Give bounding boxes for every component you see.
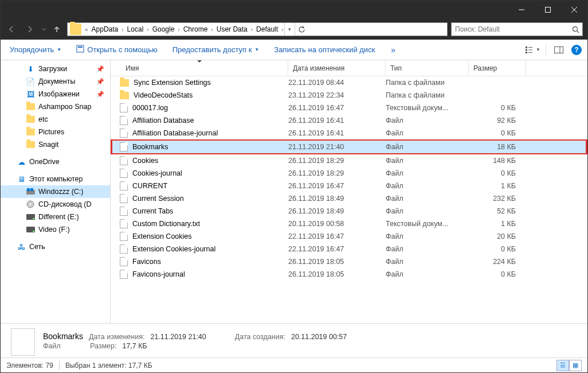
history-dropdown[interactable]: [40, 21, 49, 37]
sidebar-drive[interactable]: Different (E:): [1, 211, 110, 223]
thumbnails-view-button[interactable]: ▦: [569, 360, 582, 371]
sidebar-item[interactable]: ⬇Загрузки📌: [1, 63, 110, 75]
svg-rect-9: [526, 49, 527, 50]
status-selection: Выбран 1 элемент: 17,7 КБ: [65, 362, 152, 370]
sidebar-drive[interactable]: Video (F:): [1, 223, 110, 236]
open-with-button[interactable]: Открыть с помощью: [73, 42, 160, 57]
file-name: Favicons: [132, 258, 161, 266]
chevron-right-icon[interactable]: ›: [120, 26, 124, 33]
sidebar-item-label: Загрузки: [38, 65, 67, 73]
file-row[interactable]: Favicons26.11.2019 18:05Файл224 КБ: [111, 255, 587, 268]
share-access-menu[interactable]: Предоставить доступ к ▼: [169, 43, 263, 56]
documents-icon: 📄: [26, 77, 35, 86]
file-row[interactable]: Bookmarks21.11.2019 21:40Файл18 КБ: [111, 139, 587, 154]
navigation-pane[interactable]: ⬇Загрузки📌📄Документы📌🖼Изображени📌Ashampo…: [1, 60, 111, 323]
breadcrumb-segment[interactable]: Default: [254, 23, 280, 36]
file-row[interactable]: Current Tabs26.11.2019 18:49Файл52 КБ: [111, 205, 587, 217]
file-name: Favicons-journal: [132, 270, 185, 278]
minimize-button[interactable]: [508, 1, 535, 19]
status-item-count: Элементов: 79: [6, 362, 53, 370]
folder-icon: [26, 115, 35, 124]
file-row[interactable]: 000017.log26.11.2019 16:47Текстовый доку…: [111, 102, 587, 114]
pin-icon: 📌: [96, 65, 104, 73]
address-dropdown[interactable]: ▾: [284, 23, 295, 36]
file-row[interactable]: CURRENT26.11.2019 16:47Файл1 КБ: [111, 180, 587, 192]
file-name: Current Session: [132, 195, 184, 203]
file-row[interactable]: Affiliation Database-journal26.11.2019 1…: [111, 127, 587, 139]
up-button[interactable]: [50, 21, 64, 37]
file-icon: [120, 244, 128, 254]
file-name: CURRENT: [132, 182, 167, 190]
file-thumbnail: [11, 328, 35, 356]
chevron-right-icon[interactable]: ›: [280, 26, 284, 33]
sidebar-item[interactable]: etc: [1, 113, 110, 126]
chevron-right-icon[interactable]: ›: [250, 26, 254, 33]
chevron-right-icon[interactable]: ›: [210, 26, 214, 33]
file-name: Custom Dictionary.txt: [132, 220, 200, 228]
pin-icon: 📌: [96, 91, 104, 98]
chevron-right-icon[interactable]: ›: [177, 26, 181, 33]
file-name: VideoDecodeStats: [134, 91, 193, 99]
refresh-button[interactable]: [295, 23, 308, 36]
sidebar-item[interactable]: Pictures: [1, 126, 110, 138]
view-options-button[interactable]: ▼: [525, 43, 541, 57]
burn-disc-button[interactable]: Записать на оптический диск: [271, 43, 378, 56]
file-row[interactable]: Cookies-journal26.11.2019 18:29Файл0 КБ: [111, 167, 587, 180]
breadcrumb-segment[interactable]: Local: [125, 23, 146, 36]
file-rows[interactable]: Sync Extension Settings22.11.2019 08:44П…: [111, 76, 587, 323]
svg-point-20: [30, 204, 32, 205]
sidebar-drive[interactable]: Windozzz (C:): [1, 185, 110, 198]
sidebar-network[interactable]: 🖧 Сеть: [1, 240, 110, 253]
column-date[interactable]: Дата изменения: [288, 60, 386, 76]
sidebar-drive[interactable]: CD-дисковод (D: [1, 198, 110, 211]
sidebar-onedrive[interactable]: ☁ OneDrive: [1, 156, 110, 168]
file-row[interactable]: Extension Cookies-journal22.11.2019 16:4…: [111, 243, 587, 255]
svg-rect-6: [77, 45, 84, 52]
column-type[interactable]: Тип: [386, 60, 469, 76]
sidebar-item[interactable]: Ashampoo Snap: [1, 100, 110, 113]
sidebar-item-label: Изображени: [38, 90, 80, 98]
maximize-button[interactable]: [535, 1, 561, 19]
sidebar-this-pc[interactable]: 🖥 Этот компьютер: [1, 173, 110, 185]
file-row[interactable]: Current Session26.11.2019 18:49Файл232 К…: [111, 192, 587, 205]
breadcrumb-segment[interactable]: Chrome: [181, 23, 210, 36]
file-row[interactable]: Cookies26.11.2019 18:29Файл148 КБ: [111, 154, 587, 167]
toolbar-overflow[interactable]: »: [386, 45, 400, 55]
breadcrumb-overflow[interactable]: «: [84, 26, 89, 33]
organize-menu[interactable]: Упорядочить ▼: [6, 43, 65, 56]
sidebar-item-label: Ashampoo Snap: [38, 103, 91, 111]
search-box[interactable]: [451, 22, 583, 36]
breadcrumb-segment[interactable]: Google: [150, 23, 177, 36]
details-view-button[interactable]: ☰: [556, 360, 569, 371]
sidebar-item[interactable]: Snagit: [1, 138, 110, 151]
breadcrumb-segment[interactable]: User Data: [214, 23, 250, 36]
search-icon[interactable]: [569, 26, 582, 33]
svg-rect-1: [546, 7, 551, 13]
navigation-bar: « AppData›Local›Google›Chrome›User Data›…: [1, 19, 587, 40]
column-name[interactable]: Имя: [111, 60, 288, 76]
file-row[interactable]: VideoDecodeStats23.11.2019 22:34Папка с …: [111, 89, 587, 102]
help-button[interactable]: ?: [571, 45, 582, 55]
file-row[interactable]: Sync Extension Settings22.11.2019 08:44П…: [111, 76, 587, 89]
sidebar-item[interactable]: 📄Документы📌: [1, 75, 110, 88]
file-row[interactable]: Favicons-journal26.11.2019 18:05Файл0 КБ: [111, 268, 587, 281]
preview-pane-button[interactable]: [551, 43, 567, 57]
folder-icon: [120, 79, 129, 87]
file-name: Sync Extension Settings: [134, 79, 211, 87]
forward-button[interactable]: [21, 21, 38, 37]
breadcrumb-segment[interactable]: AppData: [89, 23, 121, 36]
sidebar-item[interactable]: 🖼Изображени📌: [1, 88, 110, 100]
file-row[interactable]: Extension Cookies22.11.2019 16:47Файл20 …: [111, 230, 587, 243]
back-button[interactable]: [3, 21, 20, 37]
file-name: Extension Cookies-journal: [132, 245, 215, 253]
chevron-right-icon[interactable]: ›: [146, 26, 150, 33]
search-input[interactable]: [452, 25, 569, 33]
file-icon: [120, 219, 128, 228]
address-bar[interactable]: « AppData›Local›Google›Chrome›User Data›…: [67, 22, 448, 36]
file-row[interactable]: Custom Dictionary.txt20.11.2019 00:58Тек…: [111, 217, 587, 230]
sidebar-item-label: etc: [38, 115, 48, 123]
close-button[interactable]: [561, 1, 587, 19]
column-size[interactable]: Размер: [469, 60, 526, 76]
file-row[interactable]: Affiliation Database26.11.2019 16:41Файл…: [111, 114, 587, 127]
svg-rect-8: [526, 46, 527, 48]
